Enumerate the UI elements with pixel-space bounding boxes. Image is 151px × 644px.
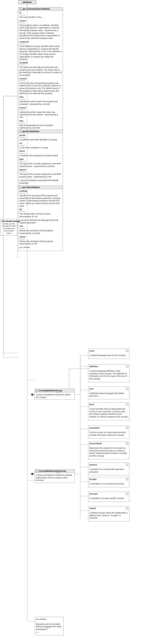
right-field-note-box: note + ▪ Additional natural language inf… <box>88 386 129 399</box>
right-field-name-box: name + ▪ A natural language name for the… <box>88 348 129 359</box>
i18n-attributes-content: xmllang ▪▪▪▪▪▪▪ Specifies the language o… <box>18 189 63 251</box>
field-anyother: any ##other <box>19 246 62 249</box>
right-field-note-content: note + ▪ Additional natural language inf… <box>88 387 129 399</box>
right-field-definition: definition + ▪ A natural language defini… <box>89 365 128 380</box>
i18n-attributes-label: grp i18nAttributes <box>22 186 40 188</box>
collapse-icon-cdg[interactable]: − <box>36 390 38 392</box>
any-other-label: any ##other <box>36 618 62 621</box>
any-other-bottom-box: any ##other ▪ Extension point for provid… <box>35 617 64 635</box>
field-role: role ▪▪▪▪▪▪▪ Refines the semantics of th… <box>19 225 62 235</box>
concept-relationships-group-desc: A group of properties required to indica… <box>36 474 74 482</box>
field-id: id ▪▪▪▪▪▪▪ The local identifier of the .… <box>19 12 62 19</box>
field-creator: creator ▪▪▪▪▪▪▪ If the property value is… <box>19 20 62 40</box>
right-field-definition-box: definition + ▪ A natural language defini… <box>88 364 129 382</box>
flex1-title: Flex1RolePropType <box>1 220 16 222</box>
title-label: attributes <box>22 1 32 3</box>
right-field-remoteinfo-box: remoteInfo + ▪ A link to an item or a we… <box>88 426 129 438</box>
collapse-icon-i18n[interactable]: − <box>19 186 22 188</box>
facet-expand[interactable]: + <box>126 403 128 406</box>
note-expand[interactable]: + <box>126 388 128 390</box>
field-xmllang: xmllang ▪▪▪▪▪▪▪ Specifies the language o… <box>19 190 62 207</box>
right-field-facet-box: facet + ▪ A facet and later facet is dep… <box>88 402 129 420</box>
any-other-multiplicity: 0..∞ <box>36 631 62 633</box>
field-creatoruri: creatoruri ▪▪▪▪▪▪▪ If the attribute is e… <box>19 41 62 61</box>
field-dir: dir ▪▪▪▪▪▪▪ The directionality of textua… <box>19 208 62 218</box>
i18n-attributes-box: − grp i18nAttributes xmllang ▪▪▪▪▪▪▪ Spe… <box>18 186 63 251</box>
right-field-facet: facet + ▪ A facet and later facet is dep… <box>89 403 128 418</box>
any-other-bottom-content: any ##other ▪ Extension point for provid… <box>35 617 63 635</box>
i18n-attributes-title: − grp i18nAttributes <box>18 186 63 189</box>
broader-expand[interactable]: + <box>126 478 128 480</box>
diagram-container: attributes attributes − grp commonPowerA… <box>0 0 151 644</box>
collapse-icon-common[interactable]: − <box>19 8 22 10</box>
concept-definition-group-content: A group of properties required to define… <box>35 392 74 400</box>
flex1-role-prop-type-box: Flex1RolePropType Flexible generic PCLty… <box>0 219 17 236</box>
field-typeuri: typeuri ▪▪▪▪▪▪▪ The type of the concept … <box>19 168 62 178</box>
right-field-remoteinfo: remoteInfo + ▪ A link to an item or a we… <box>89 427 128 436</box>
concept-relationships-group-box: − ConceptRelationshipsGroup A group of p… <box>35 469 75 483</box>
right-field-related-content: related + ▪ A related concept, where the… <box>88 506 129 521</box>
concept-definition-group-label: ConceptDefinitionGroup <box>39 390 62 392</box>
field-uri: uri ▪▪▪▪▪▪▪ a URI which identifies a con… <box>19 142 62 149</box>
right-field-name-content: name + ▪ A natural language name for the… <box>88 349 129 359</box>
right-field-narrower: narrower + ▪ An identifier of a more spe… <box>89 493 128 500</box>
diamond-crg <box>31 472 34 475</box>
flex-attributes-box: − grp flexAttributes qcode ▪▪▪▪▪▪▪ A qua… <box>18 130 63 186</box>
narrower-expand[interactable]: + <box>126 493 128 495</box>
field-type: type ▪▪▪▪▪▪▪ The type of the concept ass… <box>19 158 62 168</box>
right-field-sameas-content: sameAs + ▪ A identifier of a concept wit… <box>88 463 129 475</box>
flex-attributes-label: grp flexAttributes <box>22 130 39 132</box>
sameas-expand[interactable]: + <box>126 464 128 466</box>
right-field-sameas-box: sameAs + ▪ A identifier of a concept wit… <box>88 462 129 475</box>
field-literal: literal ▪▪▪▪▪▪▪ A freetext value assigne… <box>19 150 62 157</box>
flex1-desc: Flexible generic PCLtype for both contro… <box>1 223 16 234</box>
right-field-facet-content: facet + ▪ A facet and later facet is dep… <box>88 402 129 420</box>
field-roleuri: roleuri ▪▪▪▪▪▪▪ Refines the semantics of… <box>19 236 62 245</box>
right-field-hierarchyinfo: hierarchyInfo + ▪ Represents the positio… <box>89 442 128 458</box>
remoteinfo-expand[interactable]: + <box>126 427 128 429</box>
right-field-broader-box: broader + ▪ An identifier of a more gene… <box>88 477 129 487</box>
any-other-desc: Extension point for provider-defined pro… <box>36 623 62 631</box>
related-expand[interactable]: + <box>126 507 128 510</box>
title-box: attributes <box>18 0 36 4</box>
right-field-broader-content: broader + ▪ An identifier of a more gene… <box>88 477 129 487</box>
field-how: how ▪▪▪▪▪▪▪ Indicates by which means the… <box>19 96 62 106</box>
right-field-narrower-box: narrower + ▪ An identifier of a more spe… <box>88 492 129 502</box>
collapse-icon-crg[interactable]: − <box>36 470 38 472</box>
flex-attributes-content: qcode ▪▪▪▪▪▪▪ A qualified code which ide… <box>18 133 63 186</box>
flex-attrs-summary: A group of attributes associated with fl… <box>19 179 62 184</box>
right-field-sameas: sameAs + ▪ A identifier of a concept wit… <box>89 464 128 473</box>
concept-definition-group-box: − ConceptDefinitionGroup A group of prop… <box>35 389 75 400</box>
right-field-broader: broader + ▪ An identifier of a more gene… <box>89 478 128 485</box>
right-field-narrower-content: narrower + ▪ An identifier of a more spe… <box>88 492 129 502</box>
collapse-icon-flex[interactable]: − <box>19 130 22 132</box>
right-field-hierarchyinfo-content: hierarchyInfo + ▪ Represents the positio… <box>88 442 129 459</box>
any-other-field: any ##other ▪ Extension point for provid… <box>36 618 62 633</box>
field-custom: custom ▪▪▪▪▪▪▪ If set to true the corres… <box>19 78 62 95</box>
concept-definition-group-desc: A group of properties required to define… <box>36 394 74 399</box>
name-expand[interactable]: + <box>126 350 128 352</box>
concept-definition-group-title: − ConceptDefinitionGroup <box>35 389 74 392</box>
right-field-definition-content: definition + ▪ A natural language defini… <box>88 364 129 382</box>
right-field-related: related + ▪ A related concept, where the… <box>89 507 128 520</box>
concept-relationships-group-content: A group of properties required to indica… <box>35 473 74 483</box>
common-power-attributes-label: grp commonPowerAttributes <box>22 8 50 10</box>
field-why: why ▪▪▪▪▪▪▪ Why the metadata has been in… <box>19 120 62 130</box>
i18n-summary: A group of attributes for language and s… <box>19 219 62 224</box>
hierarchyinfo-expand[interactable]: + <box>126 442 128 445</box>
concept-relationships-group-title: − ConceptRelationshipsGroup <box>35 470 74 473</box>
right-field-related-box: related + ▪ A related concept, where the… <box>88 506 129 522</box>
field-howuri: howuri ▪▪▪▪▪▪▪ Indicates by which means … <box>19 106 62 119</box>
common-power-attributes-title: − grp commonPowerAttributes <box>18 7 63 11</box>
field-qcode: qcode ▪▪▪▪▪▪▪ A qualified code which ide… <box>19 134 62 141</box>
concept-relationships-group-label: ConceptRelationshipsGroup <box>39 470 66 472</box>
diamond-cdg <box>31 393 34 396</box>
definition-expand[interactable]: + <box>126 365 128 368</box>
right-field-hierarchyinfo-box: hierarchyInfo + ▪ Represents the positio… <box>88 441 129 460</box>
right-field-note: note + ▪ Additional natural language inf… <box>89 388 128 397</box>
right-field-remoteinfo-content: remoteInfo + ▪ A link to an item or a we… <box>88 426 129 438</box>
flex-attributes-title: − grp flexAttributes <box>18 130 63 133</box>
field-modified: modified ▪▪▪▪▪▪▪ The (date and optionall… <box>19 62 62 77</box>
right-field-name: name + ▪ A natural language name for the… <box>89 350 128 357</box>
